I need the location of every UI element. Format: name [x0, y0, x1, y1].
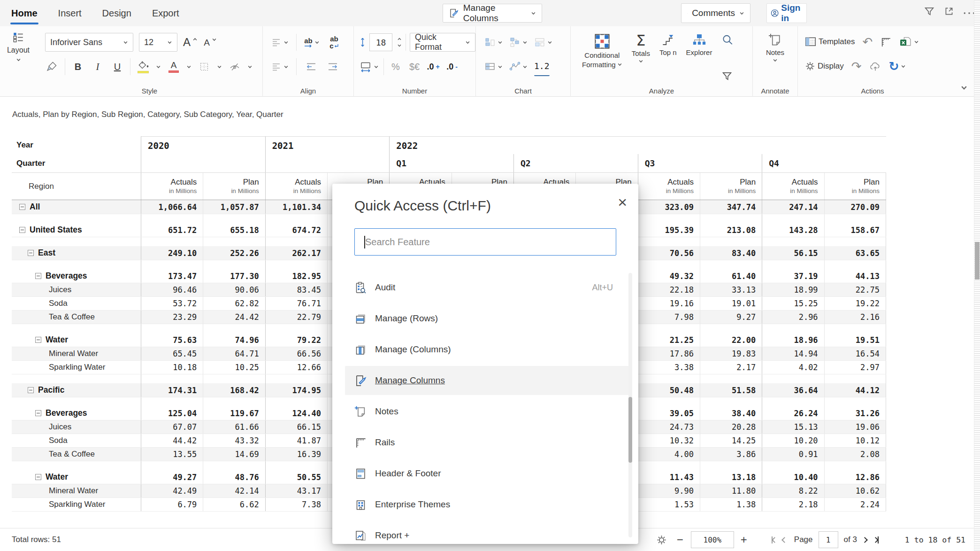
table-cell[interactable]: 11.80	[700, 484, 762, 497]
table-cell[interactable]: 2.08	[824, 448, 886, 461]
collapse-icon[interactable]	[35, 273, 41, 279]
borders-button[interactable]	[197, 57, 211, 76]
table-cell[interactable]: 10.40	[762, 470, 824, 484]
italic-button[interactable]: I	[91, 57, 105, 76]
line-chart-button[interactable]	[509, 57, 528, 76]
table-cell[interactable]: 26.24	[762, 406, 824, 420]
column-header-cell[interactable]: Actualsin Millions	[638, 173, 700, 200]
table-cell[interactable]: 16.54	[824, 347, 886, 360]
chevron-down-icon[interactable]	[217, 64, 222, 70]
table-cell[interactable]: 9.90	[638, 484, 700, 497]
quick-access-item-notes[interactable]: Notes	[332, 396, 638, 427]
table-cell[interactable]: 62.82	[203, 297, 265, 310]
table-cell[interactable]: 50.48	[638, 383, 700, 397]
table-cell[interactable]: 83.40	[700, 246, 762, 260]
row-label-cell[interactable]: East	[12, 246, 141, 260]
table-cell[interactable]: 177.30	[203, 269, 265, 283]
table-cell[interactable]: 56.15	[762, 246, 824, 260]
table-cell[interactable]: 2.96	[762, 310, 824, 324]
table-cell[interactable]: 651.72	[141, 223, 203, 237]
wrap-text-button[interactable]: abc	[327, 33, 341, 52]
export-excel-button[interactable]	[899, 32, 919, 51]
table-cell[interactable]: 53.72	[141, 297, 203, 310]
table-cell[interactable]: 15.25	[762, 297, 824, 310]
table-cell[interactable]: 18.99	[762, 283, 824, 296]
table-view-button[interactable]	[484, 57, 503, 76]
row-label-cell[interactable]: Sparkling Water	[12, 498, 141, 511]
table-cell[interactable]: 13.55	[141, 448, 203, 461]
table-cell[interactable]: 42.49	[141, 484, 203, 497]
table-cell[interactable]: 14.25	[700, 434, 762, 447]
table-cell[interactable]: 158.67	[824, 223, 886, 237]
table-cell[interactable]: 249.10	[141, 246, 203, 260]
table-cell[interactable]: 2.97	[824, 361, 886, 374]
table-cell[interactable]: 67.07	[141, 420, 203, 434]
table-cell[interactable]: 2.17	[700, 361, 762, 374]
tab-export[interactable]: Export	[152, 0, 179, 26]
page-number-input[interactable]	[819, 531, 838, 548]
collapse-icon[interactable]	[19, 204, 25, 210]
horizontal-align-button[interactable]	[271, 57, 289, 76]
quarter-cell[interactable]: Q2	[513, 154, 638, 172]
totals-button[interactable]: Σ Totals	[632, 29, 650, 85]
table-cell[interactable]: 655.18	[203, 223, 265, 237]
table-cell[interactable]: 4.02	[762, 361, 824, 374]
table-cell[interactable]: 174.95	[265, 383, 327, 397]
table-cell[interactable]: 124.40	[265, 406, 327, 420]
table-cell[interactable]: 36.64	[762, 383, 824, 397]
column-header-cell[interactable]: Planin Millions	[824, 173, 886, 200]
quarter-cell[interactable]: Q3	[638, 154, 762, 172]
table-cell[interactable]: 96.46	[141, 283, 203, 296]
zoom-in-button[interactable]: +	[741, 534, 747, 545]
table-cell[interactable]: 83.45	[265, 283, 327, 296]
row-label-cell[interactable]: Beverages	[12, 269, 141, 283]
table-cell[interactable]: 2.24	[824, 498, 886, 511]
row-label-cell[interactable]: All	[12, 200, 141, 214]
table-cell[interactable]: 10.20	[762, 434, 824, 447]
row-label-cell[interactable]: Tea & Coffee	[12, 310, 141, 324]
table-cell[interactable]: 1.38	[700, 498, 762, 511]
year-cell[interactable]: 2022	[389, 136, 886, 154]
tab-design[interactable]: Design	[102, 0, 131, 26]
table-cell[interactable]: 213.08	[700, 223, 762, 237]
collapse-icon[interactable]	[19, 227, 25, 233]
chevron-down-icon[interactable]	[156, 64, 161, 70]
table-cell[interactable]: 18.96	[762, 333, 824, 347]
decrease-indent-button[interactable]	[304, 57, 318, 76]
table-cell[interactable]: 1,101.34	[265, 200, 327, 214]
table-cell[interactable]: 270.09	[824, 200, 886, 214]
table-cell[interactable]: 75.63	[141, 333, 203, 347]
hide-values-button[interactable]	[228, 57, 242, 76]
table-cell[interactable]: 1.53	[638, 498, 700, 511]
row-label-cell[interactable]: Water	[12, 333, 141, 347]
table-cell[interactable]: 49.32	[638, 269, 700, 283]
table-cell[interactable]: 6.62	[203, 498, 265, 511]
font-size-select[interactable]: 12	[139, 33, 177, 52]
table-cell[interactable]: 3.86	[700, 448, 762, 461]
row-label-cell[interactable]: Beverages	[12, 406, 141, 420]
table-cell[interactable]: 174.31	[141, 383, 203, 397]
column-header-cell[interactable]: Planin Millions	[700, 173, 762, 200]
table-cell[interactable]: 14.69	[203, 448, 265, 461]
table-cell[interactable]: 19.51	[824, 333, 886, 347]
scrollbar-thumb[interactable]	[975, 242, 980, 279]
filter-icon[interactable]	[924, 6, 935, 17]
table-cell[interactable]: 252.26	[203, 246, 265, 260]
text-overflow-button[interactable]: ab	[304, 33, 320, 52]
table-cell[interactable]: 49.27	[141, 470, 203, 484]
row-label-cell[interactable]: United States	[12, 223, 141, 237]
table-cell[interactable]: 19.83	[700, 347, 762, 360]
row-label-cell[interactable]: Mineral Water	[12, 347, 141, 360]
chevron-down-icon[interactable]	[186, 64, 191, 70]
zoom-out-button[interactable]: −	[677, 534, 683, 545]
table-cell[interactable]: 10.32	[638, 434, 700, 447]
table-cell[interactable]: 14.94	[762, 347, 824, 360]
column-header-cell[interactable]: Actualsin Millions	[265, 173, 327, 200]
filter-icon[interactable]	[721, 70, 733, 82]
table-cell[interactable]: 66.56	[265, 347, 327, 360]
table-cell[interactable]: 22.18	[638, 283, 700, 296]
row-height-input[interactable]: 18	[369, 33, 392, 51]
row-label-cell[interactable]: Mineral Water	[12, 484, 141, 497]
chevron-down-icon[interactable]	[247, 64, 253, 70]
table-cell[interactable]: 247.14	[762, 200, 824, 214]
